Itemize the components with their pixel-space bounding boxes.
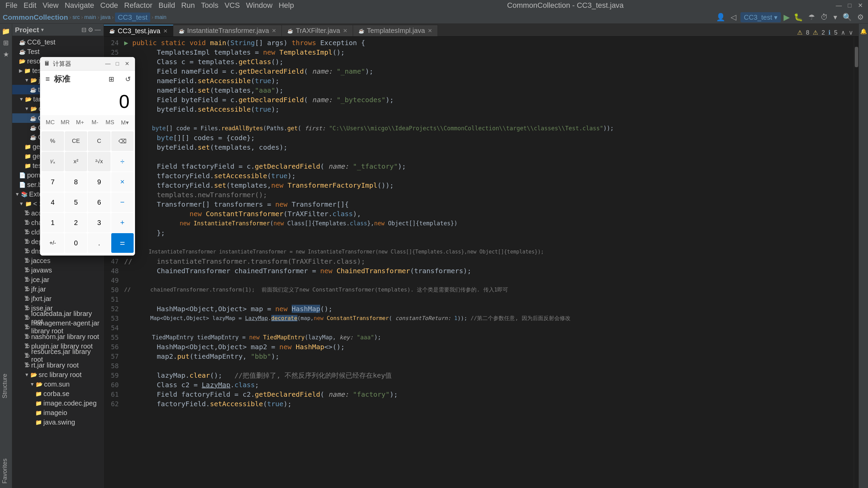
calc-mode-icon[interactable]: ⊞ — [109, 75, 114, 83]
calc-equals-button[interactable]: = — [111, 233, 134, 253]
tree-item-imageio[interactable]: 📁 imageio — [12, 408, 103, 417]
panel-settings-icon[interactable]: ⚙ — [88, 26, 93, 34]
tree-item-corba[interactable]: 📁 corba.se — [12, 389, 103, 398]
menu-vcs[interactable]: VCS — [222, 0, 243, 11]
menu-help[interactable]: Help — [276, 0, 296, 11]
maximize-button[interactable]: □ — [845, 2, 854, 9]
tree-item-javaws[interactable]: 🗜 javaws — [12, 265, 103, 275]
run-button[interactable]: ▶ — [784, 13, 790, 22]
user-icon[interactable]: 👤 — [715, 12, 727, 22]
menu-refactor[interactable]: Refactor — [121, 0, 155, 11]
tree-item-nashorn[interactable]: 🗜 nashorn.jar library root — [12, 332, 103, 341]
notifications-icon[interactable]: 🔔 — [859, 26, 868, 36]
settings-icon[interactable]: ⚙ — [856, 12, 865, 22]
menu-run[interactable]: Run — [178, 0, 197, 11]
menu-build[interactable]: Build — [156, 0, 178, 11]
tab-instantiate[interactable]: ☕ InstantiateTransformer.java ✕ — [173, 25, 282, 36]
calc-hamburger-icon[interactable]: ≡ — [44, 73, 51, 85]
tab-close-icon[interactable]: ✕ — [428, 27, 432, 34]
scrollbar-thumb[interactable] — [855, 47, 858, 67]
tree-item-resources-jar[interactable]: 🗜 resources.jar library root — [12, 351, 103, 360]
tree-item-java-swing[interactable]: 📁 java.swing — [12, 417, 103, 427]
panel-hide-icon[interactable]: — — [95, 26, 101, 34]
calc-history-button[interactable]: ↺ — [125, 75, 131, 83]
project-icon[interactable]: 📁 — [1, 26, 11, 36]
breadcrumb-java[interactable]: java — [101, 14, 111, 20]
calc-ms-button[interactable]: MS — [102, 116, 117, 129]
menu-edit[interactable]: Edit — [21, 0, 39, 11]
menu-navigate[interactable]: Navigate — [62, 0, 97, 11]
menu-file[interactable]: File — [3, 0, 20, 11]
vertical-scrollbar[interactable] — [854, 37, 859, 488]
debug-button[interactable]: 🐛 — [792, 12, 804, 22]
more-run-options[interactable]: ▾ — [832, 12, 838, 22]
tree-item-src-lib[interactable]: ▼ 📂 src library root — [12, 370, 103, 379]
calc-ce-button[interactable]: CE — [65, 131, 88, 151]
tree-item-com-sun[interactable]: ▼ 📂 com.sun — [12, 379, 103, 389]
calc-3-button[interactable]: 3 — [88, 213, 111, 232]
calc-backspace-button[interactable]: ⌫ — [111, 131, 134, 151]
tab-close-icon[interactable]: ✕ — [272, 27, 276, 34]
calc-0-button[interactable]: 0 — [65, 233, 88, 253]
calc-mc-button[interactable]: MC — [43, 116, 58, 129]
search-icon[interactable]: 🔍 — [841, 12, 853, 22]
breadcrumb-method[interactable]: main — [155, 14, 167, 20]
tab-cc3-test[interactable]: ☕ CC3_test.java ✕ — [104, 25, 173, 36]
calc-2-button[interactable]: 2 — [65, 213, 88, 232]
calc-minimize-button[interactable]: — — [104, 60, 112, 68]
tree-item-test[interactable]: ☕ Test — [12, 47, 103, 56]
tree-item-mgmt[interactable]: 🗜 management-agent.jar library root — [12, 322, 103, 332]
calc-sqrt-button[interactable]: ²√x — [88, 152, 111, 171]
tree-item-image-codec[interactable]: 📁 image.codec.jpeg — [12, 398, 103, 408]
collapse-icon[interactable]: ∨ — [849, 29, 853, 36]
expand-icon[interactable]: ∧ — [841, 29, 845, 36]
calc-close-button[interactable]: ✕ — [123, 60, 131, 68]
tab-close-icon[interactable]: ✕ — [163, 28, 168, 34]
calc-maximize-button[interactable]: □ — [113, 60, 121, 68]
panel-dropdown[interactable]: ▾ — [41, 26, 44, 33]
panel-collapse-icon[interactable]: ⊟ — [81, 26, 86, 34]
calc-1-button[interactable]: 1 — [41, 213, 64, 232]
menu-tools[interactable]: Tools — [198, 0, 221, 11]
tree-item-jacces[interactable]: 🗜 jacces — [12, 256, 103, 265]
calc-multiply-button[interactable]: × — [111, 172, 134, 192]
tab-close-icon[interactable]: ✕ — [343, 27, 347, 34]
tree-item-jfxrt[interactable]: 🗜 jfxrt.jar — [12, 294, 103, 303]
calc-6-button[interactable]: 6 — [88, 192, 111, 212]
tree-item-jfr[interactable]: 🗜 jfr.jar — [12, 284, 103, 294]
profile-button[interactable]: ⏱ — [819, 12, 829, 22]
calc-9-button[interactable]: 9 — [88, 172, 111, 192]
tree-item-cc6[interactable]: ☕ CC6_test — [12, 37, 103, 47]
calc-add-button[interactable]: + — [111, 213, 134, 232]
calc-c-button[interactable]: C — [88, 131, 111, 151]
calc-8-button[interactable]: 8 — [65, 172, 88, 192]
calc-decimal-button[interactable]: . — [88, 233, 111, 253]
calc-percent-button[interactable]: % — [41, 131, 64, 151]
tree-item-jce[interactable]: 🗜 jce.jar — [12, 275, 103, 284]
calc-mdown-button[interactable]: M▾ — [117, 116, 132, 129]
minimize-button[interactable]: — — [834, 2, 844, 9]
run-config[interactable]: CC3_test ▾ — [740, 12, 781, 22]
back-icon[interactable]: ◁ — [729, 12, 738, 22]
structure-icon[interactable]: ⊞ — [1, 38, 11, 48]
breadcrumb-src[interactable]: src — [73, 14, 80, 20]
close-button[interactable]: ✕ — [856, 2, 865, 9]
calc-mplus-button[interactable]: M+ — [73, 116, 88, 129]
run-gutter-icon[interactable]: ▶ — [124, 39, 128, 47]
menu-view[interactable]: View — [40, 0, 61, 11]
calc-mr-button[interactable]: MR — [58, 116, 73, 129]
menu-code[interactable]: Code — [98, 0, 121, 11]
calc-negate-button[interactable]: +/- — [41, 233, 64, 253]
tab-traxfilter[interactable]: ☕ TrAXFilter.java ✕ — [282, 25, 353, 36]
coverage-button[interactable]: ☂ — [807, 12, 816, 22]
menu-window[interactable]: Window — [243, 0, 275, 11]
calc-reciprocal-button[interactable]: ¹⁄ₓ — [41, 152, 64, 171]
breadcrumb-main[interactable]: main — [84, 14, 96, 20]
calc-mminus-button[interactable]: M- — [88, 116, 102, 129]
project-name[interactable]: CommonCollection — [3, 13, 68, 21]
calc-4-button[interactable]: 4 — [41, 192, 64, 212]
calc-7-button[interactable]: 7 — [41, 172, 64, 192]
bookmark-icon[interactable]: ★ — [1, 50, 11, 59]
calc-5-button[interactable]: 5 — [65, 192, 88, 212]
calc-square-button[interactable]: x² — [65, 152, 88, 171]
